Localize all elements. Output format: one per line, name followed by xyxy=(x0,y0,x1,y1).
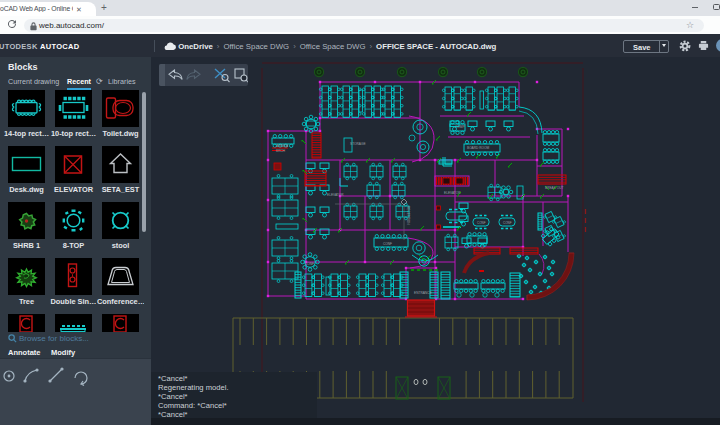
svg-text:ANNIKA: ANNIKA xyxy=(276,144,289,148)
svg-text:STORAGE: STORAGE xyxy=(350,142,366,146)
svg-text:BOARD ROOM: BOARD ROOM xyxy=(467,146,489,150)
svg-text:ELEVATOR: ELEVATOR xyxy=(444,191,461,195)
svg-text:CONF: CONF xyxy=(503,221,512,225)
svg-text:ENTRANCE: ENTRANCE xyxy=(414,291,432,295)
svg-text:ELEVATOR: ELEVATOR xyxy=(327,193,344,197)
svg-text:CONF: CONF xyxy=(477,221,486,225)
svg-text:RECEPTION: RECEPTION xyxy=(406,206,410,225)
svg-text:CONF: CONF xyxy=(305,262,314,266)
svg-text:BREAK OUT: BREAK OUT xyxy=(545,186,563,190)
svg-text:COMP: COMP xyxy=(455,125,465,129)
svg-text:BRCH: BRCH xyxy=(276,149,286,153)
svg-text:CONF: CONF xyxy=(383,242,392,246)
